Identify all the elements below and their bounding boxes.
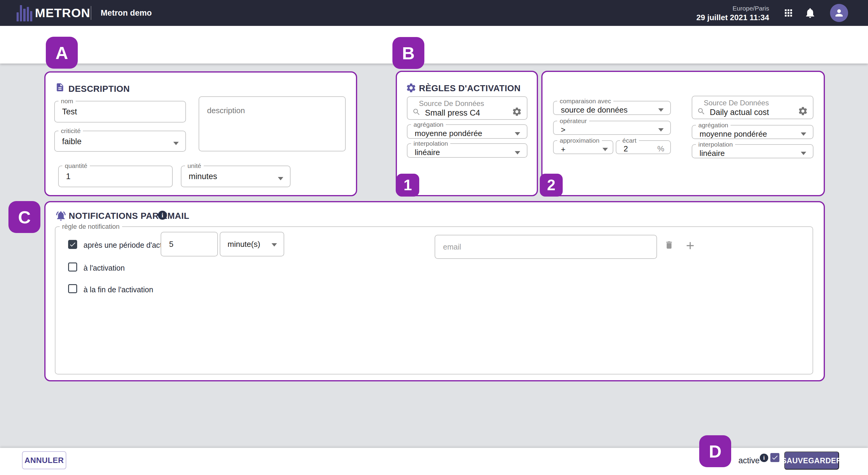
agregation-select-2[interactable]: agrégation moyenne pondérée — [692, 122, 813, 139]
chevron-down-icon — [515, 132, 520, 135]
cancel-button[interactable]: ANNULER — [22, 451, 66, 469]
annotation-label-1: 1 — [396, 174, 419, 197]
approximation-label: approximation — [557, 137, 602, 144]
interpolation-select-2[interactable]: interpolation linéaire — [692, 141, 813, 158]
interpolation-select-1[interactable]: interpolation linéaire — [407, 140, 527, 158]
chevron-down-icon — [173, 142, 179, 145]
source-donnees-label: Source De Données — [704, 99, 769, 107]
top-bar: METRON Metron demo Europe/Paris 29 juill… — [0, 0, 868, 26]
source-donnees-field-2[interactable]: Source De Données Daily actual cost — [692, 96, 813, 119]
period-unit-select[interactable]: minute(s) — [220, 232, 284, 257]
description-textarea[interactable] — [199, 97, 333, 140]
document-icon — [55, 82, 65, 94]
save-button[interactable]: SAUVEGARDER — [784, 451, 839, 470]
agregation-select-1[interactable]: agrégation moyenne pondérée — [407, 121, 527, 139]
notifications-title: NOTIFICATIONS PAR EMAIL — [69, 211, 189, 221]
interpolation-label: interpolation — [696, 141, 735, 147]
chevron-down-icon — [801, 132, 806, 136]
interpolation-label: interpolation — [411, 140, 450, 146]
agregation-value: moyenne pondérée — [407, 129, 527, 138]
notifications-bell-icon[interactable] — [804, 7, 816, 19]
active-checkbox[interactable] — [770, 453, 779, 462]
chevron-down-icon — [272, 243, 277, 246]
workspace-name: Metron demo — [101, 0, 152, 26]
info-icon[interactable]: i — [760, 454, 768, 462]
annotation-label-a: A — [46, 37, 78, 69]
topbar-divider — [91, 6, 91, 20]
quantite-input[interactable] — [59, 172, 155, 181]
quantite-field[interactable]: quantité — [58, 163, 173, 187]
unite-label: unité — [185, 163, 204, 169]
comparaison-avec-label: comparaison avec — [557, 98, 613, 104]
apps-grid-icon[interactable] — [783, 7, 794, 19]
nom-field[interactable]: nom — [54, 98, 186, 123]
approximation-select[interactable]: approximation + — [553, 137, 613, 154]
rule-label-activation: à l'activation — [84, 264, 125, 272]
chevron-down-icon — [658, 108, 664, 112]
bell-icon — [55, 210, 67, 222]
metron-logo-icon — [17, 4, 32, 21]
source-donnees-field-1[interactable]: Source De Données Small press C4 — [407, 96, 527, 120]
active-label: active — [738, 456, 760, 465]
search-icon — [412, 108, 421, 116]
criticite-label: criticité — [59, 128, 83, 134]
rule-checkbox-period[interactable] — [68, 240, 77, 249]
ecart-label: écart — [620, 137, 639, 144]
search-icon — [697, 107, 706, 115]
annotation-label-c: C — [8, 201, 40, 233]
annotation-label-b: B — [393, 37, 424, 69]
gear-icon[interactable] — [512, 107, 522, 117]
comparaison-avec-select[interactable]: comparaison avec source de données — [553, 98, 671, 115]
quantite-label: quantité — [62, 163, 90, 169]
rule-checkbox-end-activation[interactable] — [68, 284, 77, 293]
trash-icon[interactable] — [664, 240, 674, 251]
chevron-down-icon — [801, 152, 806, 155]
email-input[interactable] — [435, 235, 630, 258]
email-field[interactable] — [435, 235, 657, 259]
user-avatar[interactable] — [830, 4, 848, 22]
period-value-field[interactable] — [161, 232, 218, 257]
description-textarea-box — [198, 96, 346, 151]
unite-select[interactable]: unité minutes — [181, 163, 290, 187]
clock-block: Europe/Paris 29 juillet 2021 11:34 — [696, 5, 769, 22]
operateur-select[interactable]: opérateur > — [553, 118, 671, 135]
unite-value: minutes — [181, 172, 290, 181]
chevron-down-icon — [515, 151, 520, 155]
timezone-label: Europe/Paris — [696, 5, 769, 12]
agregation-label: agrégation — [696, 122, 731, 128]
period-unit-value: minute(s) — [227, 240, 260, 249]
criticite-select[interactable]: criticité faible — [54, 128, 186, 152]
footer-bar — [0, 448, 868, 475]
operateur-label: opérateur — [557, 118, 589, 124]
plus-icon[interactable] — [684, 240, 696, 252]
criticite-value: faible — [55, 137, 185, 146]
interpolation-value: linéaire — [692, 149, 813, 158]
source-donnees-label: Source De Données — [419, 99, 484, 108]
ecart-field[interactable]: écart % — [616, 137, 671, 154]
agregation-value: moyenne pondérée — [692, 129, 813, 139]
page-header — [0, 26, 868, 64]
rule-label-end-activation: à la fin de l'activation — [84, 285, 153, 294]
description-panel-title: DESCRIPTION — [68, 84, 130, 94]
rule-checkbox-activation[interactable] — [68, 263, 77, 272]
ecart-input[interactable] — [616, 144, 649, 154]
annotation-label-d: D — [699, 435, 731, 467]
nom-input[interactable] — [55, 107, 166, 116]
datetime-label: 29 juillet 2021 11:34 — [696, 13, 769, 22]
gear-icon — [406, 82, 416, 93]
info-icon[interactable]: i — [158, 211, 167, 220]
chevron-down-icon — [602, 148, 608, 151]
comparaison-avec-value: source de données — [554, 105, 670, 115]
activation-rules-title: RÈGLES D'ACTIVATION — [419, 83, 521, 93]
operateur-value: > — [554, 125, 670, 135]
brand-name: METRON — [35, 0, 90, 26]
agregation-label: agrégation — [411, 121, 446, 128]
chevron-down-icon — [658, 128, 664, 132]
source-donnees-value: Daily actual cost — [710, 108, 769, 117]
period-value-input[interactable] — [161, 232, 211, 256]
percent-suffix: % — [657, 144, 664, 153]
annotation-label-2: 2 — [540, 174, 563, 197]
source-donnees-value: Small press C4 — [425, 108, 480, 118]
chevron-down-icon — [278, 177, 283, 180]
gear-icon[interactable] — [798, 106, 808, 116]
